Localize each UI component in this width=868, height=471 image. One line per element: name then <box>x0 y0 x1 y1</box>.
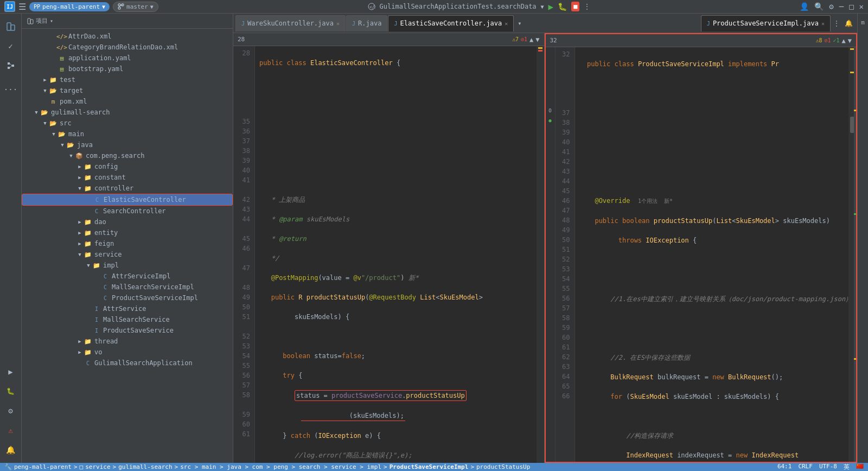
tree-item-constant[interactable]: ▶ 📁 constant <box>22 172 233 183</box>
tree-item-mallsearchservice[interactable]: I MallSearchService <box>22 314 233 325</box>
run-config-area: </> GulimallSearchApplicationTest.search… <box>163 2 795 12</box>
tree-item-attrserviceimpl[interactable]: C AttrServiceImpl <box>22 271 233 282</box>
tab-productsaveserviceimpl[interactable]: J ProductSaveServiceImpl.java ✕ <box>701 15 831 31</box>
tree-item-app-yaml[interactable]: ▤ application.yaml <box>22 53 233 63</box>
tree-item-elasticsavecontroller[interactable]: C ElasticSaveController <box>22 194 233 206</box>
right-tool-1[interactable]: m <box>859 18 867 27</box>
file-tree-content: </> AttrDao.xml </> CategoryBrandRelatio… <box>22 29 233 463</box>
project-badge[interactable]: PP peng-mall-parent ▼ <box>29 2 110 11</box>
title-bar-left: IJ ☰ PP peng-mall-parent ▼ master ▼ <box>4 1 158 12</box>
tree-item-mallsearchserviceimpl[interactable]: C MallSearchServiceImpl <box>22 282 233 292</box>
folder-icon-config: 📁 <box>84 162 92 171</box>
right-nav-up[interactable]: ▲ <box>842 37 846 44</box>
svg-rect-11 <box>8 62 10 65</box>
tree-item-gulimall-search[interactable]: ▼ 📂 gulimall-search <box>22 107 233 118</box>
tree-label-controller: controller <box>94 184 133 192</box>
more-run-options[interactable]: ⋮ <box>584 3 590 10</box>
search-controller-icon: C <box>92 207 101 215</box>
tree-label-main: main <box>68 130 84 138</box>
tree-label-attrserviceimpl: AttrServiceImpl <box>112 272 170 280</box>
close-button[interactable]: ✕ <box>859 2 864 11</box>
tree-item-target[interactable]: ▼ 📂 target <box>22 85 233 96</box>
tree-item-impl[interactable]: ▼ 📁 impl <box>22 260 233 271</box>
settings-icon[interactable]: ⚙ <box>829 2 833 11</box>
user-icon[interactable]: 👤 <box>800 2 809 11</box>
tree-item-test[interactable]: ▶ 📁 test <box>22 74 233 85</box>
tree-item-attrdao[interactable]: </> AttrDao.xml <box>22 31 233 42</box>
status-src-path: src > main > java > com > peng > search … <box>180 463 381 470</box>
folder-icon-entity: 📁 <box>84 228 92 237</box>
tree-item-controller[interactable]: ▼ 📁 controller <box>22 183 233 194</box>
tree-item-src[interactable]: ▼ 📂 src <box>22 118 233 129</box>
debug-button[interactable]: 🐛 <box>558 2 567 11</box>
left-code-text[interactable]: public class ElasticSaveController { * 上… <box>255 46 537 463</box>
title-bar: IJ ☰ PP peng-mall-parent ▼ master ▼ </> … <box>0 0 868 14</box>
tab-close-wareskucontroller[interactable]: ✕ <box>336 21 340 27</box>
tree-item-thread[interactable]: ▶ 📁 thread <box>22 336 233 347</box>
folder-icon-feign: 📁 <box>84 239 92 248</box>
more-tools-button[interactable]: ··· <box>2 81 20 98</box>
folder-icon-package: 📦 <box>75 151 84 160</box>
left-nav-down[interactable]: ▼ <box>535 36 539 43</box>
problems-tool-button[interactable]: ⚠ <box>2 422 20 439</box>
tab-label-product: ProductSaveServiceImpl.java <box>713 20 819 27</box>
tree-item-categorybrand[interactable]: </> CategoryBrandRelationDao.xml <box>22 42 233 53</box>
left-nav-up[interactable]: ▲ <box>529 36 533 43</box>
search-everywhere-icon[interactable]: 🔍 <box>814 2 824 11</box>
run-tool-button[interactable]: ▶ <box>2 363 20 380</box>
scroll-ok-1 <box>854 213 856 215</box>
tree-item-dao[interactable]: ▶ 📁 dao <box>22 217 233 227</box>
status-encoding: UTF-8 <box>819 463 837 471</box>
tree-item-gulimallsearchapp[interactable]: C GulimallSearchApplication <box>22 358 233 368</box>
svg-rect-10 <box>11 25 15 30</box>
debug-tool-button[interactable]: 🐛 <box>2 383 20 400</box>
hamburger-menu-icon[interactable]: ☰ <box>18 2 26 12</box>
tree-item-entity[interactable]: ▶ 📁 entity <box>22 227 233 238</box>
minimize-button[interactable]: ─ <box>839 2 844 11</box>
project-header-arrow[interactable]: ▾ <box>50 18 53 24</box>
tree-item-productsaveserviceimpl[interactable]: C ProductSaveServiceImpl <box>22 292 233 303</box>
right-code-text[interactable]: public class ProductSaveServiceImpl impl… <box>575 47 849 462</box>
tree-label-bootstrap-yaml: bootstrap.yaml <box>68 65 123 73</box>
services-tool-button[interactable]: ⚙ <box>2 402 20 419</box>
xml-file-icon-2: </> <box>58 43 66 52</box>
commit-tool-button[interactable]: ✓ <box>2 37 20 55</box>
tree-item-attrservice[interactable]: I AttrService <box>22 303 233 314</box>
tree-item-config[interactable]: ▶ 📁 config <box>22 161 233 172</box>
tree-item-vo[interactable]: ▶ 📁 vo <box>22 347 233 358</box>
right-line-count: 32 <box>550 37 557 44</box>
tree-label-mallsearchservice: MallSearchService <box>103 316 170 323</box>
status-module: gulimall-search <box>118 463 172 470</box>
tree-item-java[interactable]: ▼ 📂 java <box>22 139 233 150</box>
tab-more-right[interactable]: ⋮ <box>831 20 842 27</box>
status-lang: 英 <box>844 463 850 471</box>
tree-item-com-peng-search[interactable]: ▼ 📦 com.peng.search <box>22 150 233 161</box>
tree-item-bootstrap-yaml[interactable]: ▤ bootstrap.yaml <box>22 63 233 74</box>
branch-badge[interactable]: master ▼ <box>113 2 158 12</box>
notifications-icon[interactable]: 🔔 <box>843 20 855 27</box>
tree-item-feign[interactable]: ▶ 📁 feign <box>22 238 233 249</box>
tab-elasticsavecontroller[interactable]: J ElasticSaveController.java ✕ <box>388 15 514 31</box>
tree-item-service[interactable]: ▼ 📁 service <box>22 249 233 260</box>
notifications-tool-button[interactable]: 🔔 <box>2 441 20 459</box>
run-button[interactable]: ▶ <box>548 2 554 12</box>
stop-button[interactable]: ■ <box>571 2 579 11</box>
structure-tool-button[interactable] <box>2 57 20 74</box>
tab-overflow-button[interactable]: ▾ <box>514 20 525 27</box>
tab-wareskucontroller[interactable]: J WareSkuController.java ✕ <box>235 15 346 31</box>
tree-item-pom[interactable]: m pom.xml <box>22 96 233 107</box>
right-nav-down[interactable]: ▼ <box>848 37 852 44</box>
interface-icon-attr: I <box>92 304 101 313</box>
tab-r-java[interactable]: J R.java <box>346 15 387 31</box>
tab-close-product[interactable]: ✕ <box>821 21 825 27</box>
tree-item-main[interactable]: ▼ 📂 main <box>22 129 233 139</box>
status-line-ending: CRLF <box>798 463 813 471</box>
maximize-button[interactable]: □ <box>849 2 853 11</box>
tab-close-elastic[interactable]: ✕ <box>505 21 508 27</box>
left-gutter <box>537 46 544 463</box>
tree-item-productsaveservice[interactable]: I ProductSaveService <box>22 325 233 336</box>
tree-item-searchcontroller[interactable]: C SearchController <box>22 206 233 217</box>
project-tool-button[interactable] <box>2 18 20 35</box>
folder-icon-thread: 📁 <box>84 337 92 346</box>
right-scroll-gutter <box>848 47 856 462</box>
